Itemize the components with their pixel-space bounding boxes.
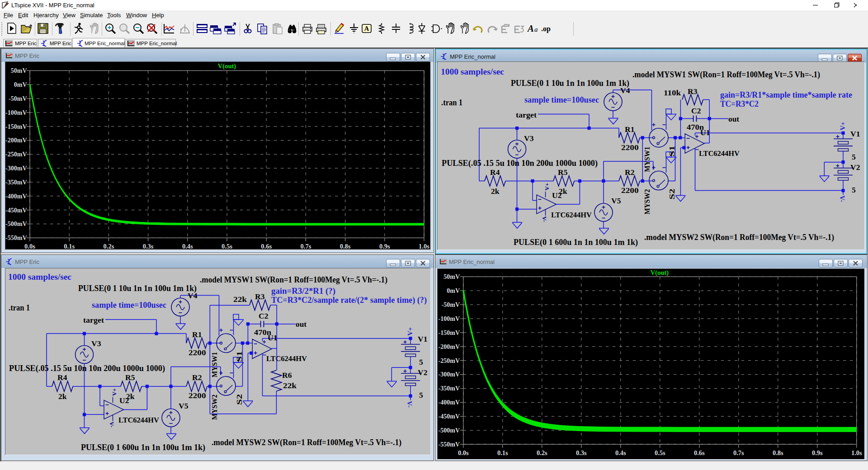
svg-text:gain=R3/2*R1 (?): gain=R3/2*R1 (?)	[271, 287, 335, 296]
svg-text:-100mV: -100mV	[5, 109, 27, 116]
svg-text:0.7s: 0.7s	[301, 243, 311, 250]
svg-text:-400mV: -400mV	[5, 193, 27, 200]
svg-text:-150mV: -150mV	[5, 123, 27, 130]
svg-text:0mV: 0mV	[447, 287, 460, 294]
svg-text:1.0s: 1.0s	[419, 243, 429, 250]
svg-text:0.3s: 0.3s	[576, 449, 587, 456]
svg-text:0.9s: 0.9s	[379, 243, 390, 250]
svg-text:0.4s: 0.4s	[615, 449, 626, 456]
svg-text:0.4s: 0.4s	[182, 243, 193, 250]
svg-text:-550mV: -550mV	[5, 235, 27, 241]
svg-text:-350mV: -350mV	[5, 179, 27, 186]
svg-text:0.1s: 0.1s	[64, 243, 75, 250]
svg-text:-350mV: -350mV	[439, 385, 460, 392]
svg-text:-250mV: -250mV	[5, 151, 27, 158]
svg-text:V(out): V(out)	[218, 62, 236, 70]
svg-text:-200mV: -200mV	[439, 343, 460, 350]
svg-text:0mV: 0mV	[14, 81, 27, 88]
svg-text:-500mV: -500mV	[5, 221, 27, 227]
svg-text:A: A	[527, 23, 534, 34]
svg-text:-400mV: -400mV	[439, 399, 460, 406]
svg-text:0.1s: 0.1s	[497, 449, 508, 456]
svg-text:0.5s: 0.5s	[222, 243, 232, 250]
svg-text:-50mV: -50mV	[442, 301, 460, 308]
svg-text:50mV: 50mV	[11, 67, 27, 74]
svg-text:A: A	[364, 25, 369, 32]
svg-text:1.0s: 1.0s	[851, 449, 862, 456]
svg-text:TC=R3*C2: TC=R3*C2	[720, 99, 759, 108]
svg-text:0.5s: 0.5s	[655, 449, 665, 456]
svg-text:0.6s: 0.6s	[694, 449, 705, 456]
svg-text:110k: 110k	[664, 88, 681, 97]
svg-text:0.9s: 0.9s	[812, 449, 823, 456]
svg-text:0.0s: 0.0s	[458, 449, 469, 456]
svg-text:-250mV: -250mV	[439, 357, 460, 364]
svg-text:-450mV: -450mV	[5, 207, 27, 214]
svg-text:50mV: 50mV	[443, 273, 460, 280]
svg-text:0.8s: 0.8s	[773, 449, 783, 456]
svg-text:0.2s: 0.2s	[104, 243, 114, 250]
svg-text:0.0s: 0.0s	[24, 243, 35, 250]
svg-text:22k: 22k	[283, 381, 297, 390]
svg-text:.op: .op	[541, 25, 551, 33]
svg-text:gain=R3/R1*sample time*sample: gain=R3/R1*sample time*sample rate	[720, 90, 852, 99]
svg-text:TC=R3*C2/sample rate/(2* sampl: TC=R3*C2/sample rate/(2* sample time) (?…	[271, 296, 427, 305]
svg-text:-150mV: -150mV	[439, 329, 460, 336]
svg-text:0.3s: 0.3s	[143, 243, 154, 250]
svg-text:0.8s: 0.8s	[340, 243, 351, 250]
svg-text:-200mV: -200mV	[5, 137, 27, 144]
svg-text:-300mV: -300mV	[5, 165, 27, 172]
svg-text:22k: 22k	[233, 295, 247, 304]
svg-text:-450mV: -450mV	[439, 413, 460, 420]
svg-text:R6: R6	[282, 371, 292, 380]
svg-text:V(out): V(out)	[651, 269, 669, 277]
svg-text:-100mV: -100mV	[439, 315, 460, 322]
svg-text:-50mV: -50mV	[9, 95, 27, 102]
svg-text:-550mV: -550mV	[439, 441, 460, 448]
svg-text:-300mV: -300mV	[439, 371, 460, 378]
svg-text:0.7s: 0.7s	[733, 449, 744, 456]
svg-text:0.2s: 0.2s	[537, 449, 547, 456]
svg-text:0.6s: 0.6s	[261, 243, 272, 250]
svg-text:a: a	[534, 26, 538, 33]
svg-text:-500mV: -500mV	[439, 427, 460, 434]
